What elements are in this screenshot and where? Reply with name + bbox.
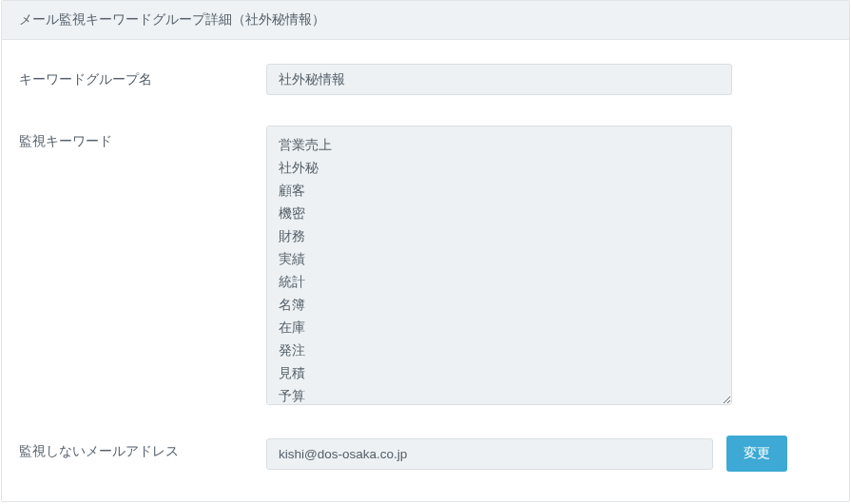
row-group-name: キーワードグループ名: [19, 64, 832, 95]
email-input-wrap: [266, 438, 713, 470]
panel-title: メール監視キーワードグループ詳細（社外秘情報）: [19, 12, 325, 27]
field-keywords: 営業売上 社外秘 顧客 機密 財務 実績 統計 名簿 在庫 発注 見積 予算: [266, 126, 832, 405]
row-keywords: 監視キーワード 営業売上 社外秘 顧客 機密 財務 実績 統計 名簿 在庫 発注…: [19, 126, 832, 405]
label-group-name: キーワードグループ名: [19, 64, 266, 88]
group-name-input[interactable]: [266, 64, 732, 95]
label-exclude-email: 監視しないメールアドレス: [19, 436, 266, 460]
field-group-name: [266, 64, 832, 95]
row-exclude-email: 監視しないメールアドレス 変更: [19, 436, 832, 472]
detail-panel: メール監視キーワードグループ詳細（社外秘情報） キーワードグループ名 監視キーワ…: [1, 0, 850, 502]
keywords-textarea[interactable]: 営業売上 社外秘 顧客 機密 財務 実績 統計 名簿 在庫 発注 見積 予算: [266, 126, 732, 405]
panel-header: メール監視キーワードグループ詳細（社外秘情報）: [2, 1, 849, 40]
exclude-email-input[interactable]: [266, 438, 713, 470]
label-keywords: 監視キーワード: [19, 126, 266, 150]
panel-body: キーワードグループ名 監視キーワード 営業売上 社外秘 顧客 機密 財務 実績 …: [2, 40, 849, 489]
field-exclude-email: 変更: [266, 436, 832, 472]
submit-button[interactable]: 変更: [726, 436, 787, 472]
